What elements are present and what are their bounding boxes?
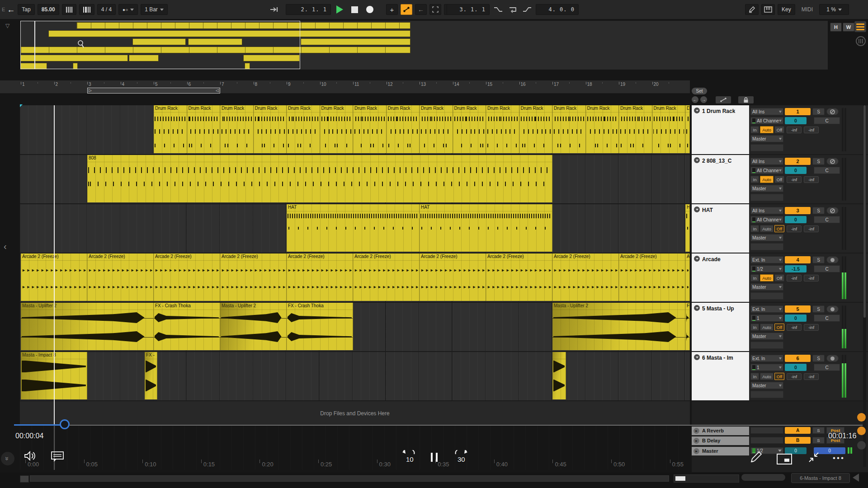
monitor-in[interactable]: In (750, 373, 759, 380)
input-channel-menu[interactable]: All Channe (750, 167, 783, 174)
send-b-field[interactable]: -inf (804, 225, 819, 232)
volume-field[interactable]: -1.5 (785, 265, 807, 272)
monitor-auto[interactable]: Auto (760, 225, 774, 232)
track-header-2[interactable]: 2 808_13_CAll InsAll ChanneInAutoOffMast… (692, 155, 868, 204)
track-lane-6[interactable]: Masta - Impact 8FX - (20, 352, 690, 401)
automation-curve-icon[interactable] (716, 96, 731, 103)
clip[interactable]: Drum Rack (154, 105, 187, 153)
input-channel-menu[interactable]: All Channe (750, 117, 783, 124)
solo-button[interactable]: S (812, 256, 825, 263)
send-b-field[interactable]: -inf (804, 324, 819, 331)
clip[interactable]: Masta - Uplifter 2 (21, 303, 154, 350)
tap-button[interactable]: Tap (18, 4, 34, 15)
send-b-field[interactable]: -inf (804, 176, 819, 183)
unfold-track-icon[interactable] (694, 206, 700, 212)
arm-button[interactable] (826, 355, 839, 362)
input-routing-menu[interactable]: Ext. In (750, 256, 783, 263)
midi-map-button[interactable]: MIDI (798, 4, 816, 15)
input-channel-menu[interactable]: 1 (750, 364, 783, 371)
clip[interactable]: Arcade 2 (Freeze)►►►►►►►►►►►►►►►►►►►►►►►… (154, 253, 220, 301)
set-locator-button[interactable]: Set (692, 88, 707, 94)
unfold-track-icon[interactable] (694, 354, 700, 360)
re-enable-automation-icon[interactable]: ← (415, 4, 427, 15)
monitor-auto[interactable]: Auto (760, 274, 774, 282)
monitor-auto[interactable]: Auto (760, 324, 774, 331)
clip[interactable]: Drum Rack (220, 105, 254, 153)
input-channel-menu[interactable]: All Channe (750, 216, 783, 223)
clip[interactable]: Drum Rack (420, 105, 453, 153)
unfold-track-icon[interactable] (694, 108, 700, 113)
add-icon[interactable]: + (386, 4, 398, 15)
monitor-in[interactable]: In (750, 274, 759, 282)
return-activator[interactable]: A (785, 427, 811, 434)
extra-slot[interactable] (750, 144, 783, 151)
unfold-master-icon[interactable]: ▸ (693, 448, 699, 454)
vertical-scrollbar-handle[interactable] (863, 105, 866, 318)
clip[interactable]: FX - Crash Thoka (154, 303, 220, 350)
return-input-box[interactable] (750, 437, 783, 444)
track-header-6[interactable]: 6 Masta - ImExt. In1InAutoOffMaster6S0C-… (692, 352, 868, 401)
optimize-height-button[interactable]: H (830, 23, 842, 32)
clip[interactable]: Drum Rack (586, 105, 619, 153)
clip[interactable]: Drum Rack (353, 105, 387, 153)
collapse-player-chevron-icon[interactable]: » (1, 452, 14, 465)
input-routing-menu[interactable]: All Ins (750, 207, 783, 214)
key-map-button[interactable]: Key (778, 4, 795, 15)
return-input-box[interactable] (750, 427, 783, 434)
automation-arm-icon[interactable] (401, 4, 412, 15)
extra-slot[interactable] (750, 243, 783, 250)
horizontal-scrollbar[interactable] (30, 475, 669, 482)
solo-button[interactable]: S (812, 305, 825, 313)
track-name-cell[interactable]: 1 Drum Rack (692, 105, 749, 154)
clip[interactable]: Drum Rack (486, 105, 519, 153)
track-activator[interactable]: 2 (785, 158, 811, 165)
extra-slot[interactable] (750, 391, 783, 398)
clip[interactable]: Arcade 2 (Freeze)►►►►►►►►►►►►►►►►►►►►►►►… (552, 253, 619, 301)
prev-locator-icon[interactable]: ← (692, 96, 698, 103)
clip[interactable]: D (685, 105, 690, 153)
volume-field[interactable]: 0 (785, 216, 807, 223)
clip[interactable]: FX - (145, 352, 157, 399)
extra-slot[interactable] (750, 292, 783, 300)
return-solo-button[interactable]: S (812, 437, 825, 444)
arrangement-overview[interactable] (20, 20, 828, 70)
send-b-field[interactable]: -inf (804, 373, 819, 380)
solo-button[interactable]: S (812, 108, 825, 115)
output-routing-menu[interactable]: Master (750, 135, 783, 142)
clip[interactable]: Masta - Uplifter 2 (220, 303, 287, 350)
pan-field[interactable]: C (814, 314, 840, 322)
output-routing-menu[interactable]: Master (750, 333, 783, 340)
track-header-3[interactable]: HATAll InsAll ChanneInAutoOffMaster3S0C-… (692, 204, 868, 253)
loop-brace[interactable]: ▷ ◁ (87, 88, 220, 94)
computer-midi-keyboard-icon[interactable] (761, 4, 775, 15)
output-routing-menu[interactable]: Master (750, 185, 783, 192)
master-volume-field[interactable]: 0 (785, 447, 807, 454)
monitor-in[interactable]: In (750, 225, 759, 232)
track-header-4[interactable]: ArcadeExt. In1/2InAutoOffMaster4S-1.5C-i… (692, 253, 868, 303)
clip[interactable]: Drum Rack (652, 105, 686, 153)
loop-end-handle[interactable]: ◁ (216, 88, 219, 93)
clip[interactable]: Drum Rack (187, 105, 221, 153)
track-activator[interactable]: 5 (785, 305, 811, 313)
monitor-off[interactable]: Off (774, 373, 784, 380)
track-name-cell[interactable]: 2 808_13_C (692, 155, 749, 203)
arm-button[interactable] (826, 207, 839, 214)
clip[interactable]: HAT (420, 204, 552, 252)
return-activator[interactable]: B (785, 437, 811, 444)
quantize-menu[interactable]: 1 Bar (141, 4, 168, 15)
show-browser-chevron-icon[interactable]: ‹ (4, 241, 7, 252)
track-lane-5[interactable]: Masta - Uplifter 2FX - Crash ThokaMasta … (20, 303, 690, 352)
monitor-off[interactable]: Off (774, 225, 784, 232)
video-progress-played[interactable] (14, 424, 65, 426)
arm-button[interactable] (826, 108, 839, 115)
pan-field[interactable]: C (814, 216, 840, 223)
session-record-selection-icon[interactable] (429, 4, 441, 15)
speaker-icon[interactable] (24, 450, 37, 462)
extra-slot[interactable] (750, 194, 783, 201)
input-routing-menu[interactable]: Ext. In (750, 355, 783, 362)
time-signature-field[interactable]: 4 / 4 (97, 4, 116, 15)
send-b-field[interactable]: -inf (804, 127, 819, 133)
volume-field[interactable]: 0 (785, 364, 807, 371)
pan-field[interactable]: C (814, 364, 840, 371)
extra-slot[interactable] (750, 342, 783, 349)
